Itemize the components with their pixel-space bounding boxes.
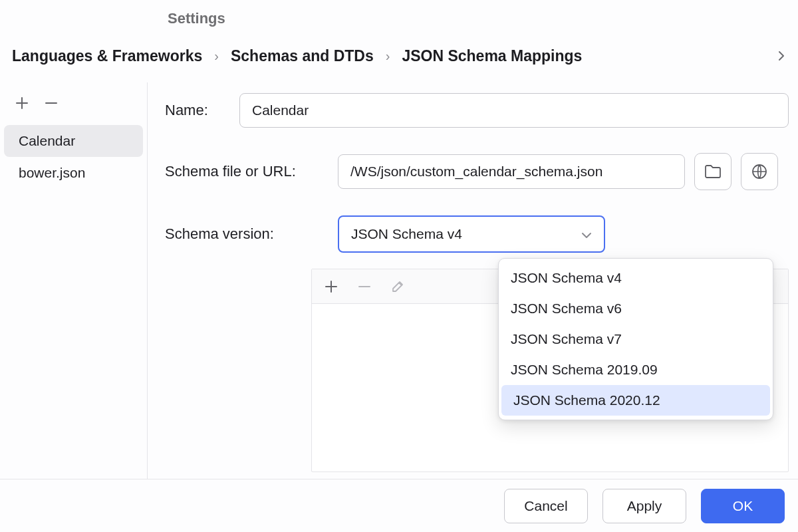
schema-url-row: Schema file or URL: (165, 153, 789, 190)
browse-url-button[interactable] (741, 153, 778, 190)
version-option-label: JSON Schema 2020.12 (513, 392, 660, 408)
content-area: Name: Schema file or URL: Schema version… (148, 82, 798, 479)
version-option-label: JSON Schema 2019.09 (511, 362, 658, 378)
breadcrumb-separator: › (214, 49, 219, 64)
browse-file-button[interactable] (694, 153, 732, 190)
chevron-down-icon (581, 226, 592, 242)
schema-version-label: Schema version: (165, 225, 338, 243)
apply-button-label: Apply (627, 498, 662, 514)
sidebar-item-label: Calendar (19, 133, 75, 149)
settings-header: Settings (0, 0, 798, 37)
schema-version-row: Schema version: JSON Schema v4 (165, 215, 789, 253)
version-option-v6[interactable]: JSON Schema v6 (499, 293, 773, 324)
sidebar-item-bower[interactable]: bower.json (4, 157, 143, 189)
sidebar-item-calendar[interactable]: Calendar (4, 125, 143, 157)
add-pattern-button[interactable] (321, 277, 341, 297)
name-label: Name: (165, 102, 239, 119)
folder-icon (704, 164, 722, 179)
cancel-button[interactable]: Cancel (504, 489, 588, 523)
version-option-v4[interactable]: JSON Schema v4 (499, 263, 773, 293)
main-area: Calendar bower.json Name: Schema file or… (0, 82, 798, 479)
page-title: Settings (168, 10, 225, 27)
sidebar-list: Calendar bower.json (0, 125, 147, 189)
schema-url-input[interactable] (338, 154, 685, 189)
version-option-v7[interactable]: JSON Schema v7 (499, 324, 773, 354)
remove-pattern-button[interactable] (354, 277, 374, 297)
sidebar-toolbar (0, 86, 147, 120)
breadcrumb-item-schemas[interactable]: Schemas and DTDs (231, 47, 374, 65)
breadcrumb-item-languages[interactable]: Languages & Frameworks (12, 47, 202, 65)
remove-mapping-button[interactable] (41, 93, 61, 113)
ok-button-label: OK (733, 498, 753, 514)
name-input[interactable] (239, 93, 789, 128)
breadcrumb: Languages & Frameworks › Schemas and DTD… (0, 37, 798, 74)
version-option-label: JSON Schema v4 (511, 270, 622, 286)
version-option-2020[interactable]: JSON Schema 2020.12 (501, 385, 770, 416)
sidebar-item-label: bower.json (19, 165, 85, 181)
schema-version-dropdown[interactable]: JSON Schema v4 JSON Schema v6 JSON Schem… (498, 258, 773, 420)
ok-button[interactable]: OK (701, 489, 785, 523)
schema-url-label: Schema file or URL: (165, 163, 338, 180)
version-option-2019[interactable]: JSON Schema 2019.09 (499, 354, 773, 385)
cancel-button-label: Cancel (524, 498, 567, 514)
chevron-right-icon[interactable] (777, 49, 786, 63)
add-mapping-button[interactable] (12, 93, 32, 113)
schema-version-select[interactable]: JSON Schema v4 (338, 215, 605, 253)
breadcrumb-separator: › (386, 49, 390, 64)
name-row: Name: (165, 93, 789, 128)
sidebar: Calendar bower.json (0, 82, 148, 479)
version-option-label: JSON Schema v7 (511, 331, 622, 347)
apply-button[interactable]: Apply (602, 489, 686, 523)
schema-version-value: JSON Schema v4 (351, 226, 462, 242)
globe-icon (751, 163, 768, 180)
edit-pattern-button[interactable] (388, 277, 408, 297)
breadcrumb-item-mappings[interactable]: JSON Schema Mappings (402, 47, 582, 65)
version-option-label: JSON Schema v6 (511, 301, 622, 317)
dialog-footer: Cancel Apply OK (0, 479, 798, 532)
